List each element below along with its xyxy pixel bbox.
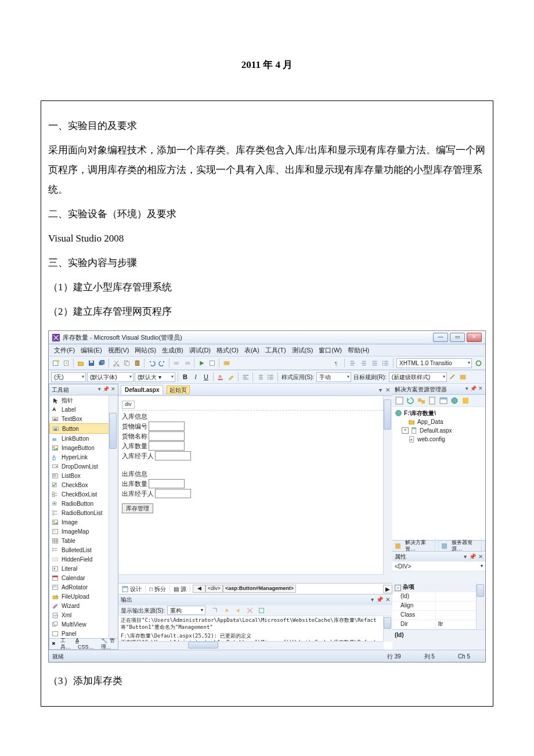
menu-debug[interactable]: 调试(D)	[187, 345, 213, 355]
sol-properties-icon[interactable]	[395, 396, 404, 405]
output-goto-icon[interactable]	[210, 606, 219, 615]
toolbox-item-adrotator[interactable]: AdRotator	[49, 582, 118, 592]
breadcrumb-back-icon[interactable]: ◀	[193, 585, 205, 593]
sol-view-design-icon[interactable]	[439, 396, 448, 405]
tree-app-data[interactable]: App_Data	[395, 417, 483, 426]
prop-dropdown-icon[interactable]: ▾	[464, 553, 467, 560]
tree-default-aspx[interactable]: +Default.aspx	[395, 426, 483, 435]
paste-icon[interactable]	[132, 358, 142, 368]
toolbox-item-hiddenfield[interactable]: HiddenField	[49, 555, 118, 564]
para-icon[interactable]: ¶	[332, 358, 341, 368]
nav-fwd-icon[interactable]	[182, 358, 192, 368]
undo-icon[interactable]	[147, 358, 156, 368]
bold-icon[interactable]: B	[181, 372, 190, 381]
add-item-icon[interactable]: +	[62, 358, 71, 368]
view-split[interactable]: □拆分	[146, 585, 170, 593]
minimize-button[interactable]: —	[433, 333, 448, 342]
toolbox-close-icon[interactable]: ✕	[111, 386, 116, 393]
input-ruku-person[interactable]	[155, 451, 191, 460]
output-close-icon[interactable]: ✕	[385, 596, 390, 603]
ul-icon[interactable]	[266, 372, 275, 381]
sol-refresh-icon[interactable]	[406, 396, 415, 405]
indent-right-icon[interactable]	[359, 358, 368, 368]
menu-help[interactable]: 帮助(H)	[345, 345, 371, 355]
designer-scrollbar-h[interactable]	[118, 574, 384, 583]
input-chuku-qty[interactable]	[149, 479, 185, 488]
prop-pin-icon[interactable]: 📌	[469, 553, 476, 560]
toolbox-tab-tools[interactable]: 工具…	[58, 638, 73, 651]
toolbox-tab-css[interactable]: A̲ CSS…	[73, 638, 99, 651]
toolbox-dropdown-icon[interactable]: ▾	[98, 386, 101, 393]
toolbox-item-hyperlink[interactable]: AHyperLink	[49, 452, 118, 462]
output-scroll-thumb-v[interactable]	[384, 617, 391, 629]
validate-icon[interactable]	[474, 358, 483, 368]
style-apply-dropdown[interactable]: 手动	[316, 372, 351, 382]
indent-left-icon[interactable]	[348, 358, 357, 368]
toolbox-item-literal[interactable]: TLiteral	[49, 564, 118, 573]
doctype-dropdown[interactable]: XHTML 1.0 Transitio	[396, 358, 472, 368]
sol-close-icon[interactable]: ✕	[478, 386, 483, 393]
toolbox-scroll-thumb[interactable]	[109, 413, 117, 449]
sol-view-code-icon[interactable]	[428, 396, 437, 405]
toolbox-item-dropdownlist[interactable]: DropDownList	[49, 462, 118, 471]
sol-pin-icon[interactable]: 📌	[470, 386, 477, 393]
toolbox-item-radiobuttonlist[interactable]: RadioButtonList	[49, 508, 118, 517]
prop-collapse-icon[interactable]: -	[395, 585, 401, 591]
css-icon[interactable]	[459, 372, 468, 381]
menu-view[interactable]: 视图(V)	[106, 345, 132, 355]
start-debug-icon[interactable]	[197, 358, 206, 368]
find-icon[interactable]	[207, 358, 217, 368]
breadcrumb-fwd-icon[interactable]: ▶	[383, 585, 392, 593]
toolbox-item-panel[interactable]: Panel	[49, 629, 118, 638]
liststyle1-icon[interactable]	[370, 358, 379, 368]
toolbox-item-imagebutton[interactable]: ImageButton	[49, 443, 118, 452]
toolbox-item-radiobutton[interactable]: RadioButton	[49, 499, 118, 508]
sol-nest-icon[interactable]	[417, 396, 426, 405]
toolbox-tab-manage[interactable]: 🔧管理…	[99, 638, 118, 651]
menu-table[interactable]: 表(A)	[242, 345, 262, 355]
nav-back-icon[interactable]	[172, 358, 181, 368]
new-project-icon[interactable]	[51, 358, 60, 368]
menu-file[interactable]: 文件(F)	[52, 345, 77, 355]
menu-site[interactable]: 网站(S)	[132, 345, 158, 355]
toolbox-item-bulletedlist[interactable]: BulletedList	[49, 545, 118, 555]
input-chuku-person[interactable]	[155, 489, 191, 498]
block-dropdown[interactable]: (无)	[51, 372, 86, 382]
font-size-dropdown[interactable]: (默认大 ▾	[135, 372, 175, 382]
toolbox-item-button[interactable]: abButton	[49, 423, 118, 434]
sol-config-icon[interactable]	[461, 396, 470, 405]
menu-tools[interactable]: 工具(T)	[263, 345, 288, 355]
underline-icon[interactable]: U	[201, 372, 211, 381]
cut-icon[interactable]	[111, 358, 121, 368]
ol-icon[interactable]	[255, 372, 265, 381]
font-dropdown[interactable]: (默认字体)	[87, 372, 134, 382]
properties-selection[interactable]: <DIV>	[392, 561, 485, 571]
maximize-button[interactable]: ▭	[450, 333, 465, 342]
toolbox-item-checkbox[interactable]: CheckBox	[49, 480, 118, 489]
toolbox-item-calendar[interactable]: Calendar	[49, 573, 118, 582]
output-prev-icon[interactable]	[222, 606, 231, 615]
view-design[interactable]: 设计	[118, 585, 146, 593]
toolbox-item-label[interactable]: ALabel	[49, 405, 118, 414]
toolbox-item-table[interactable]: Table	[49, 536, 118, 545]
tree-web-config[interactable]: web.config	[395, 435, 483, 444]
toolbox-item-wizard[interactable]: Wizard	[49, 601, 118, 610]
output-src-dropdown[interactable]: 重构	[167, 606, 205, 615]
save-icon[interactable]	[86, 358, 96, 368]
tree-expand-icon[interactable]: +	[402, 427, 409, 434]
menu-window[interactable]: 窗口(W)	[316, 345, 344, 355]
output-scroll-thumb-h[interactable]	[188, 642, 218, 649]
tab-solution-explorer[interactable]: 解决方案资…	[392, 541, 439, 551]
fontcolor-icon[interactable]: A	[216, 372, 225, 381]
menu-build[interactable]: 生成(B)	[160, 345, 186, 355]
redo-icon[interactable]	[157, 358, 167, 368]
output-scrollbar-h[interactable]	[118, 641, 384, 650]
doc-close-icon[interactable]: ✕	[385, 386, 390, 394]
toolbox-item-checkboxlist[interactable]: CheckBoxList	[49, 489, 118, 499]
output-clear-icon[interactable]	[245, 606, 254, 615]
toolbox-item-xml[interactable]: </>Xml	[49, 610, 118, 620]
toolbox-item-指针[interactable]: 指针	[49, 395, 118, 405]
output-wrap-icon[interactable]	[257, 606, 266, 615]
menu-test[interactable]: 测试(S)	[290, 345, 316, 355]
prop-scroll-thumb[interactable]	[477, 584, 484, 597]
